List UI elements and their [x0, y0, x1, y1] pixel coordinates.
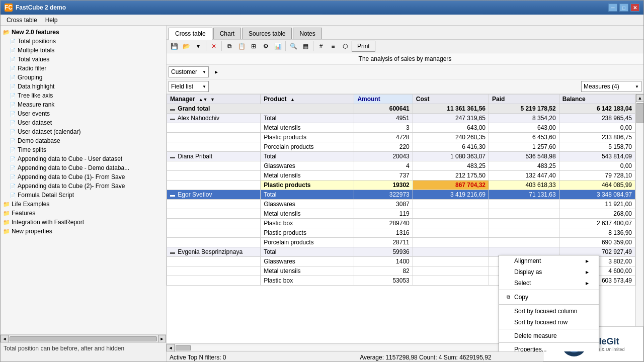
customer-filter-button[interactable]: ▸: [211, 66, 222, 77]
sidebar-item-multiple-totals[interactable]: 📄 Multiple totals: [1, 46, 166, 55]
ctx-delete-measure[interactable]: Delete measure: [499, 330, 599, 341]
menu-help[interactable]: Help: [41, 16, 62, 25]
customer-dropdown[interactable]: Customer ▼: [169, 66, 209, 77]
cell-paid: [489, 209, 559, 219]
sidebar-item-integration[interactable]: 📁 Integration with FastReport: [1, 218, 166, 227]
table-row: Metal utensils 3 643,00 643,00 0,00: [167, 123, 635, 133]
tab-cross-table[interactable]: Cross table: [169, 28, 212, 40]
ctx-properties[interactable]: Properties...: [499, 344, 599, 351]
close-button[interactable]: ✕: [630, 4, 639, 12]
print-button[interactable]: Print: [352, 41, 375, 52]
paste-button[interactable]: 📋: [236, 41, 247, 52]
cell-amount: 1400: [354, 257, 413, 266]
table-row: Plastic products 4728 240 260,35 6 453,6…: [167, 133, 635, 142]
filter-button[interactable]: ▦: [300, 41, 311, 52]
sidebar-item-user-events[interactable]: 📄 User events: [1, 109, 166, 118]
sidebar-item-total-values[interactable]: 📄 Total values: [1, 55, 166, 64]
restore-button[interactable]: □: [619, 4, 628, 12]
doc-icon: 📄: [9, 173, 17, 181]
scroll-track[interactable]: [636, 102, 643, 335]
sidebar-item-time-splits[interactable]: 📄 Time splits: [1, 145, 166, 154]
open-button[interactable]: 📂: [181, 41, 192, 52]
scroll-left-btn[interactable]: ◄: [1, 335, 9, 343]
filter-icon[interactable]: ▼: [210, 97, 215, 102]
folder-icon: 📁: [3, 200, 11, 208]
ctx-alignment[interactable]: Alignment ▶: [499, 255, 599, 266]
chart-button[interactable]: 📊: [272, 41, 283, 52]
ctx-sort-col[interactable]: Sort by focused column: [499, 306, 599, 317]
sidebar-item-formula-detail[interactable]: 📄 Formula Detail Script: [1, 191, 166, 200]
ctx-sort-row[interactable]: Sort by focused row: [499, 317, 599, 328]
sort-icon[interactable]: ▲▼: [199, 97, 208, 102]
hash-button[interactable]: #: [315, 41, 327, 52]
cell-paid: [489, 219, 559, 228]
zoom-button[interactable]: 🔍: [288, 41, 299, 52]
list-button[interactable]: ≡: [328, 41, 339, 52]
expand-icon[interactable]: ▬: [170, 249, 175, 255]
expand-button[interactable]: ⊞: [248, 41, 259, 52]
expand-icon[interactable]: ▬: [170, 192, 175, 198]
sidebar-hscroll[interactable]: ◄ ►: [1, 334, 166, 342]
sidebar-item-new-properties[interactable]: 📁 New properties: [1, 227, 166, 236]
sidebar-item-append1[interactable]: 📄 Appending data to Cube (1)- From Save: [1, 172, 166, 182]
col-header-paid: Paid: [489, 95, 559, 104]
menu-cross-table[interactable]: Cross table: [3, 16, 41, 25]
sidebar-item-new-features[interactable]: 📂 New 2.0 features: [1, 28, 166, 37]
sidebar-item-grouping[interactable]: 📄 Grouping: [1, 73, 166, 82]
tab-chart[interactable]: Chart: [213, 28, 241, 39]
toolbar: 💾 📂 ▾ ✕ ⧉ 📋 ⊞ ⚙ 📊 🔍 ▦ # ≡ ⬡ Print: [167, 40, 643, 53]
ctx-select[interactable]: Select ▶: [499, 278, 599, 289]
sidebar-item-measure-rank[interactable]: 📄 Measure rank: [1, 100, 166, 109]
cell-amount: 4728: [354, 133, 413, 142]
cell-cost: [413, 200, 489, 209]
save-button[interactable]: 💾: [169, 41, 180, 52]
sidebar-item-append2[interactable]: 📄 Appending data to Cube (2)- From Save: [1, 182, 166, 191]
row-manager-name: [167, 276, 261, 286]
expand-icon[interactable]: ▬: [170, 116, 175, 121]
export-button[interactable]: ⬡: [340, 41, 351, 52]
delete-button[interactable]: ✕: [208, 41, 219, 52]
sidebar-item-features[interactable]: 📁 Features: [1, 209, 166, 218]
cell-balance: 6 142 183,04: [559, 104, 635, 114]
toolbar-separator: [285, 41, 286, 51]
cell-cost: 212 175,50: [413, 171, 489, 180]
doc-icon: 📄: [9, 73, 17, 81]
ctx-display-as[interactable]: Display as ▶: [499, 266, 599, 278]
sidebar-item-data-highlight[interactable]: 📄 Data highlight: [1, 82, 166, 91]
vertical-scrollbar[interactable]: ▲ ▼: [635, 94, 643, 343]
field-list-dropdown[interactable]: Field list ▼: [169, 81, 209, 92]
copy-button[interactable]: ⧉: [224, 41, 235, 52]
expand-icon[interactable]: ▬: [170, 106, 175, 112]
sidebar-item-total-positions[interactable]: 📄 Total positions: [1, 37, 166, 46]
sidebar-item-append-user[interactable]: 📄 Appending data to Cube - User dataset: [1, 154, 166, 163]
row-product: Porcelain products: [261, 238, 354, 247]
sidebar-item-user-dataset-calendar[interactable]: 📄 User dataset (calendar): [1, 127, 166, 136]
scroll-left-btn[interactable]: ◄: [167, 344, 175, 352]
scroll-thumb-h[interactable]: [176, 345, 191, 350]
sidebar-item-append-demo[interactable]: 📄 Appending data to Cube - Demo databa..…: [1, 163, 166, 172]
sidebar-item-user-dataset[interactable]: 📄 User dataset: [1, 118, 166, 127]
scroll-right-btn[interactable]: ►: [158, 335, 166, 343]
ctx-copy[interactable]: ⧉ Copy: [499, 291, 599, 303]
tab-notes[interactable]: Notes: [293, 28, 321, 39]
sort-icon[interactable]: ▲: [290, 97, 295, 102]
sidebar-item-life-examples[interactable]: 📁 Life Examples: [1, 200, 166, 209]
measures-dropdown[interactable]: Measures (4) ▼: [581, 81, 641, 92]
cell-amount: 322973: [354, 190, 413, 200]
sidebar-item-label: New properties: [12, 228, 52, 235]
settings-button[interactable]: ⚙: [260, 41, 271, 52]
sidebar-item-tree-like-axis[interactable]: 📄 Tree like axis: [1, 91, 166, 100]
arrow-down-button[interactable]: ▾: [193, 41, 204, 52]
scroll-up-btn[interactable]: ▲: [636, 94, 643, 102]
sidebar-item-demo-database[interactable]: 📄 Demo database: [1, 136, 166, 145]
row-manager-name: [167, 228, 261, 238]
sidebar-item-radio-filter[interactable]: 📄 Radio filter: [1, 64, 166, 73]
doc-icon: 📄: [9, 164, 17, 172]
minimize-button[interactable]: ─: [608, 4, 617, 12]
scroll-thumb[interactable]: [10, 336, 157, 341]
tab-sources-table[interactable]: Sources table: [242, 28, 292, 39]
cell-cost: [413, 238, 489, 247]
cell-balance: 3 348 084,97: [559, 190, 635, 200]
scroll-thumb[interactable]: [636, 103, 643, 123]
expand-icon[interactable]: ▬: [170, 154, 175, 159]
